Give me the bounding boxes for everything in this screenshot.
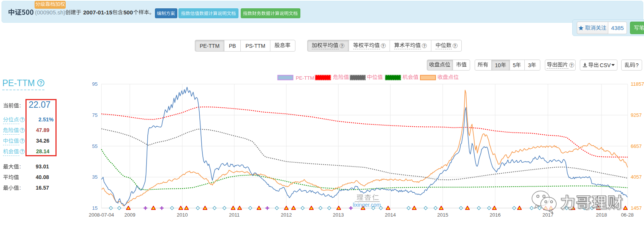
svg-text:9257: 9257 bbox=[631, 112, 642, 118]
svg-text:95: 95 bbox=[92, 81, 98, 87]
svg-text:2014: 2014 bbox=[385, 212, 396, 218]
svg-text:2016: 2016 bbox=[490, 212, 501, 218]
svg-text:2013: 2013 bbox=[333, 212, 344, 218]
svg-text:2012: 2012 bbox=[281, 212, 292, 218]
svg-text:35: 35 bbox=[92, 174, 98, 180]
svg-text:2018: 2018 bbox=[596, 212, 607, 218]
svg-text:2015: 2015 bbox=[437, 212, 448, 218]
svg-text:1457: 1457 bbox=[631, 205, 642, 211]
svg-text:2010: 2010 bbox=[177, 212, 188, 218]
svg-text:2009: 2009 bbox=[125, 212, 136, 218]
svg-text:lixinger.com: lixinger.com bbox=[353, 202, 381, 208]
svg-text:2017: 2017 bbox=[543, 212, 554, 218]
svg-text:06-28: 06-28 bbox=[621, 212, 633, 218]
svg-text:2011: 2011 bbox=[229, 212, 240, 218]
svg-text:75: 75 bbox=[92, 112, 98, 118]
svg-text:2008-07-04: 2008-07-04 bbox=[89, 212, 114, 218]
svg-text:PE-TTM: PE-TTM bbox=[296, 75, 314, 81]
svg-text:4057: 4057 bbox=[631, 174, 642, 180]
svg-text:11857: 11857 bbox=[631, 81, 644, 87]
svg-text:15: 15 bbox=[92, 205, 98, 211]
svg-text:6657: 6657 bbox=[631, 143, 642, 149]
svg-text:55: 55 bbox=[92, 143, 98, 149]
